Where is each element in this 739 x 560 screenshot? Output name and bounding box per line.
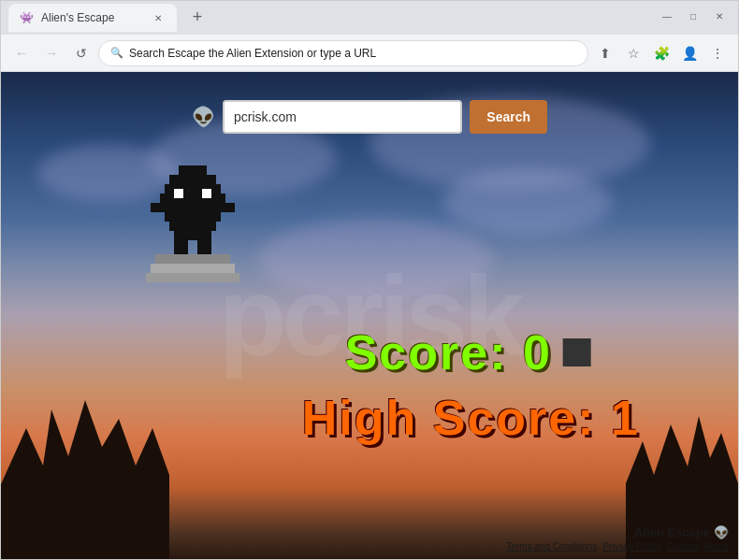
search-button[interactable]: Search — [470, 100, 547, 134]
svg-rect-10 — [197, 240, 211, 254]
refresh-button[interactable]: ↺ — [68, 40, 94, 66]
svg-rect-6 — [174, 231, 211, 240]
close-button[interactable]: ✕ — [708, 7, 731, 25]
footer-terms-link[interactable]: Terms and Conditions — [506, 541, 597, 552]
footer-alien-icon: 👽 — [714, 525, 729, 539]
search-icon: 🔍 — [110, 47, 123, 59]
url-input-box[interactable]: 🔍 Search Escape the Alien Extension or t… — [98, 40, 588, 66]
score-text: Score: 0 — [345, 324, 552, 381]
svg-rect-9 — [174, 240, 188, 254]
svg-rect-4 — [165, 208, 221, 222]
score-block — [563, 338, 591, 366]
address-bar: ← → ↺ 🔍 Search Escape the Alien Extensio… — [1, 35, 738, 72]
score-display: Score: 0 — [345, 324, 591, 381]
minimize-button[interactable]: — — [656, 7, 678, 25]
svg-rect-8 — [221, 203, 235, 212]
footer-brand: Alien Escape 👽 — [506, 525, 729, 539]
page-content: pcrisk 👽 Search — [1, 72, 738, 559]
svg-rect-5 — [169, 222, 216, 231]
browser-frame: 👾 Alien's Escape ✕ + — □ ✕ ← → ↺ 🔍 Searc… — [0, 0, 739, 560]
maximize-button[interactable]: □ — [682, 7, 704, 25]
page-footer: Alien Escape 👽 Terms and Conditions Priv… — [506, 525, 729, 552]
new-tab-button[interactable]: + — [184, 4, 210, 30]
tab-close-button[interactable]: ✕ — [151, 10, 166, 25]
search-input[interactable] — [223, 100, 462, 134]
svg-rect-11 — [155, 254, 230, 264]
high-score-display: High Score: 1 — [302, 390, 640, 446]
toolbar-icons: ⬆ ☆ 🧩 👤 ⋮ — [592, 40, 731, 66]
tab-favicon: 👾 — [20, 11, 34, 24]
footer-links: Terms and Conditions Privacy Policy Cont… — [506, 541, 729, 552]
title-bar: 👾 Alien's Escape ✕ + — □ ✕ — [1, 1, 738, 35]
search-container: 👽 Search — [192, 100, 547, 134]
svg-rect-3 — [160, 194, 225, 208]
svg-rect-14 — [174, 189, 183, 198]
footer-about-link[interactable]: About — [704, 541, 729, 552]
svg-rect-12 — [151, 264, 235, 273]
url-text: Search Escape the Alien Extension or typ… — [129, 47, 576, 60]
menu-icon[interactable]: ⋮ — [704, 40, 731, 66]
footer-privacy-link[interactable]: Privacy Policy — [602, 541, 660, 552]
footer-contact-link[interactable]: Contact — [666, 541, 698, 552]
tab-title: Alien's Escape — [41, 11, 114, 24]
alien-search-icon: 👽 — [192, 106, 215, 128]
alien-character — [146, 165, 239, 287]
svg-rect-7 — [151, 203, 165, 212]
footer-brand-name: Alien Escape — [634, 525, 710, 539]
high-score-text: High Score: 1 — [302, 391, 640, 445]
profile-icon[interactable]: 👤 — [676, 40, 703, 66]
extensions-icon[interactable]: 🧩 — [648, 40, 674, 66]
forward-button[interactable]: → — [38, 40, 65, 66]
bookmark-icon[interactable]: ☆ — [620, 40, 646, 66]
svg-rect-15 — [202, 189, 211, 198]
window-controls: — □ ✕ — [656, 7, 731, 25]
svg-rect-1 — [169, 175, 216, 184]
alien-sprite — [146, 165, 239, 287]
back-button[interactable]: ← — [8, 40, 35, 66]
active-tab[interactable]: 👾 Alien's Escape ✕ — [8, 4, 177, 32]
share-icon[interactable]: ⬆ — [592, 40, 618, 66]
svg-rect-2 — [165, 184, 221, 194]
svg-rect-0 — [179, 165, 207, 175]
svg-rect-13 — [146, 273, 239, 282]
